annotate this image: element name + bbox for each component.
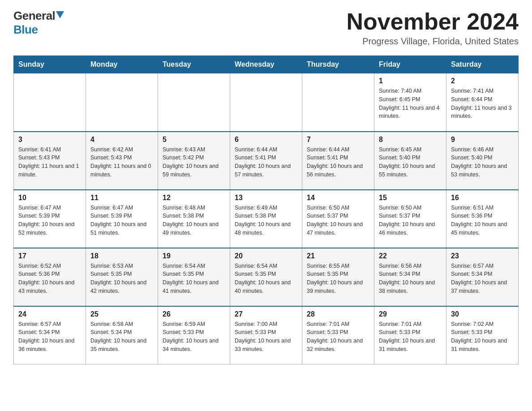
day-detail: Sunrise: 6:51 AM Sunset: 5:36 PM Dayligh… [451, 204, 514, 237]
calendar-cell [230, 73, 302, 132]
day-number: 11 [90, 194, 153, 202]
day-number: 16 [451, 194, 514, 202]
day-number: 21 [307, 252, 369, 260]
day-number: 14 [307, 194, 369, 202]
logo-blue-text: Blue [13, 23, 38, 36]
calendar-cell: 29Sunrise: 7:01 AM Sunset: 5:33 PM Dayli… [374, 306, 446, 364]
calendar-cell: 25Sunrise: 6:58 AM Sunset: 5:34 PM Dayli… [86, 306, 158, 364]
calendar-cell: 18Sunrise: 6:53 AM Sunset: 5:35 PM Dayli… [86, 248, 158, 306]
day-number: 25 [90, 310, 153, 318]
calendar-cell: 23Sunrise: 6:57 AM Sunset: 5:34 PM Dayli… [446, 248, 519, 306]
day-number: 24 [18, 310, 81, 318]
calendar-cell: 30Sunrise: 7:02 AM Sunset: 5:33 PM Dayli… [446, 306, 519, 364]
day-detail: Sunrise: 6:45 AM Sunset: 5:40 PM Dayligh… [379, 146, 442, 179]
header-day-monday: Monday [86, 56, 158, 73]
logo-general-text: General [13, 9, 55, 23]
day-number: 26 [163, 310, 225, 318]
day-detail: Sunrise: 6:57 AM Sunset: 5:34 PM Dayligh… [451, 262, 514, 295]
day-number: 7 [307, 136, 369, 144]
calendar-cell: 22Sunrise: 6:56 AM Sunset: 5:34 PM Dayli… [374, 248, 446, 306]
calendar-cell: 7Sunrise: 6:44 AM Sunset: 5:41 PM Daylig… [302, 132, 374, 190]
day-detail: Sunrise: 6:47 AM Sunset: 5:39 PM Dayligh… [18, 204, 81, 237]
day-number: 23 [451, 252, 514, 260]
calendar-cell: 14Sunrise: 6:50 AM Sunset: 5:37 PM Dayli… [302, 190, 374, 248]
calendar-cell: 11Sunrise: 6:47 AM Sunset: 5:39 PM Dayli… [86, 190, 158, 248]
day-detail: Sunrise: 6:55 AM Sunset: 5:35 PM Dayligh… [307, 262, 369, 295]
header-day-sunday: Sunday [14, 56, 86, 73]
day-detail: Sunrise: 6:57 AM Sunset: 5:34 PM Dayligh… [18, 320, 81, 354]
calendar-week-5: 24Sunrise: 6:57 AM Sunset: 5:34 PM Dayli… [14, 306, 519, 364]
day-detail: Sunrise: 6:53 AM Sunset: 5:35 PM Dayligh… [90, 262, 153, 295]
day-detail: Sunrise: 6:43 AM Sunset: 5:42 PM Dayligh… [163, 146, 225, 179]
day-detail: Sunrise: 7:40 AM Sunset: 6:45 PM Dayligh… [379, 87, 442, 120]
calendar-cell: 6Sunrise: 6:44 AM Sunset: 5:41 PM Daylig… [230, 132, 302, 190]
calendar-body: 1Sunrise: 7:40 AM Sunset: 6:45 PM Daylig… [14, 73, 519, 364]
header: General Blue November 2024 Progress Vill… [13, 9, 519, 47]
day-detail: Sunrise: 6:52 AM Sunset: 5:36 PM Dayligh… [18, 262, 81, 295]
calendar-week-3: 10Sunrise: 6:47 AM Sunset: 5:39 PM Dayli… [14, 190, 519, 248]
day-number: 15 [379, 194, 442, 202]
day-number: 29 [379, 310, 442, 318]
calendar-cell [302, 73, 374, 132]
day-number: 8 [379, 136, 442, 144]
logo-triangle-icon [56, 11, 64, 18]
header-day-wednesday: Wednesday [230, 56, 302, 73]
title-area: November 2024 Progress Village, Florida,… [347, 9, 519, 47]
day-number: 19 [163, 252, 225, 260]
day-detail: Sunrise: 6:59 AM Sunset: 5:33 PM Dayligh… [163, 320, 225, 354]
day-detail: Sunrise: 6:44 AM Sunset: 5:41 PM Dayligh… [307, 146, 369, 179]
header-day-saturday: Saturday [446, 56, 519, 73]
day-detail: Sunrise: 6:46 AM Sunset: 5:40 PM Dayligh… [451, 146, 514, 179]
calendar-cell: 5Sunrise: 6:43 AM Sunset: 5:42 PM Daylig… [158, 132, 230, 190]
calendar-cell: 10Sunrise: 6:47 AM Sunset: 5:39 PM Dayli… [14, 190, 86, 248]
day-detail: Sunrise: 6:48 AM Sunset: 5:38 PM Dayligh… [163, 204, 225, 237]
day-number: 9 [451, 136, 514, 144]
calendar-cell: 28Sunrise: 7:01 AM Sunset: 5:33 PM Dayli… [302, 306, 374, 364]
calendar-cell: 4Sunrise: 6:42 AM Sunset: 5:43 PM Daylig… [86, 132, 158, 190]
calendar-cell: 17Sunrise: 6:52 AM Sunset: 5:36 PM Dayli… [14, 248, 86, 306]
day-number: 1 [379, 77, 442, 85]
day-number: 12 [163, 194, 225, 202]
calendar-cell: 27Sunrise: 7:00 AM Sunset: 5:33 PM Dayli… [230, 306, 302, 364]
calendar-week-4: 17Sunrise: 6:52 AM Sunset: 5:36 PM Dayli… [14, 248, 519, 306]
day-detail: Sunrise: 6:47 AM Sunset: 5:39 PM Dayligh… [90, 204, 153, 237]
calendar-table: SundayMondayTuesdayWednesdayThursdayFrid… [13, 56, 519, 364]
day-detail: Sunrise: 6:42 AM Sunset: 5:43 PM Dayligh… [90, 146, 153, 179]
day-detail: Sunrise: 7:00 AM Sunset: 5:33 PM Dayligh… [235, 320, 297, 354]
day-detail: Sunrise: 7:41 AM Sunset: 6:44 PM Dayligh… [451, 87, 514, 120]
calendar-cell: 19Sunrise: 6:54 AM Sunset: 5:35 PM Dayli… [158, 248, 230, 306]
day-detail: Sunrise: 7:01 AM Sunset: 5:33 PM Dayligh… [307, 320, 369, 354]
calendar-cell: 9Sunrise: 6:46 AM Sunset: 5:40 PM Daylig… [446, 132, 519, 190]
calendar-cell: 15Sunrise: 6:50 AM Sunset: 5:37 PM Dayli… [374, 190, 446, 248]
day-number: 10 [18, 194, 81, 202]
calendar-cell [158, 73, 230, 132]
day-detail: Sunrise: 6:58 AM Sunset: 5:34 PM Dayligh… [90, 320, 153, 354]
month-title: November 2024 [347, 9, 519, 34]
calendar-cell: 8Sunrise: 6:45 AM Sunset: 5:40 PM Daylig… [374, 132, 446, 190]
header-day-tuesday: Tuesday [158, 56, 230, 73]
day-number: 22 [379, 252, 442, 260]
day-number: 3 [18, 136, 81, 144]
calendar-week-2: 3Sunrise: 6:41 AM Sunset: 5:43 PM Daylig… [14, 132, 519, 190]
day-number: 13 [235, 194, 297, 202]
day-detail: Sunrise: 6:50 AM Sunset: 5:37 PM Dayligh… [379, 204, 442, 237]
day-detail: Sunrise: 6:50 AM Sunset: 5:37 PM Dayligh… [307, 204, 369, 237]
day-detail: Sunrise: 6:49 AM Sunset: 5:38 PM Dayligh… [235, 204, 297, 237]
day-detail: Sunrise: 6:44 AM Sunset: 5:41 PM Dayligh… [235, 146, 297, 179]
header-row: SundayMondayTuesdayWednesdayThursdayFrid… [14, 56, 519, 73]
day-number: 18 [90, 252, 153, 260]
day-number: 28 [307, 310, 369, 318]
day-detail: Sunrise: 6:54 AM Sunset: 5:35 PM Dayligh… [235, 262, 297, 295]
location: Progress Village, Florida, United States [347, 36, 519, 47]
calendar-header: SundayMondayTuesdayWednesdayThursdayFrid… [14, 56, 519, 73]
day-detail: Sunrise: 7:02 AM Sunset: 5:33 PM Dayligh… [451, 320, 514, 354]
day-number: 5 [163, 136, 225, 144]
day-number: 6 [235, 136, 297, 144]
calendar-cell: 24Sunrise: 6:57 AM Sunset: 5:34 PM Dayli… [14, 306, 86, 364]
calendar-cell: 1Sunrise: 7:40 AM Sunset: 6:45 PM Daylig… [374, 73, 446, 132]
calendar-cell: 26Sunrise: 6:59 AM Sunset: 5:33 PM Dayli… [158, 306, 230, 364]
logo: General Blue [13, 9, 64, 37]
day-number: 4 [90, 136, 153, 144]
calendar-week-1: 1Sunrise: 7:40 AM Sunset: 6:45 PM Daylig… [14, 73, 519, 132]
calendar-cell: 13Sunrise: 6:49 AM Sunset: 5:38 PM Dayli… [230, 190, 302, 248]
